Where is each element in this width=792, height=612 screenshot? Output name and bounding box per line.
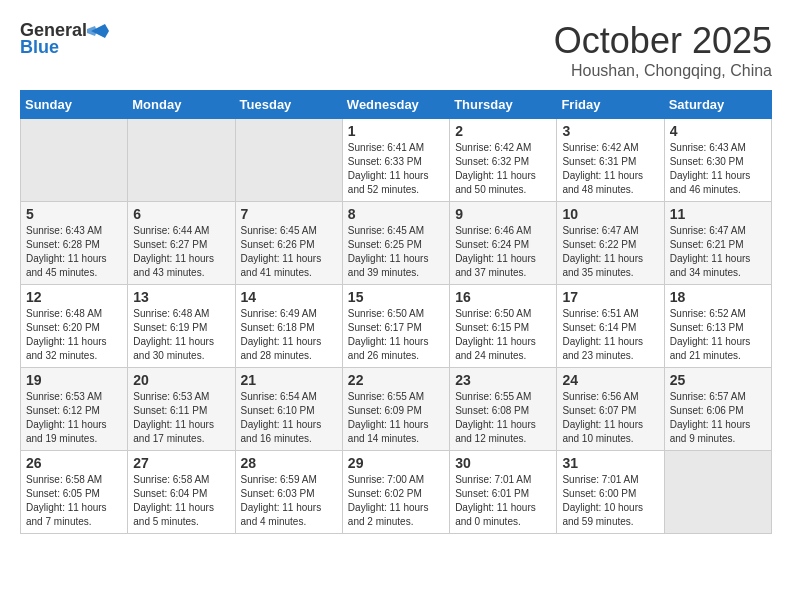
calendar-cell: 9Sunrise: 6:46 AMSunset: 6:24 PMDaylight… xyxy=(450,202,557,285)
day-info: Sunrise: 6:42 AMSunset: 6:31 PMDaylight:… xyxy=(562,141,658,197)
day-number: 14 xyxy=(241,289,337,305)
day-number: 8 xyxy=(348,206,444,222)
calendar-cell: 11Sunrise: 6:47 AMSunset: 6:21 PMDayligh… xyxy=(664,202,771,285)
day-info: Sunrise: 6:45 AMSunset: 6:26 PMDaylight:… xyxy=(241,224,337,280)
header-cell-sunday: Sunday xyxy=(21,91,128,119)
day-info: Sunrise: 6:54 AMSunset: 6:10 PMDaylight:… xyxy=(241,390,337,446)
title-area: October 2025 Houshan, Chongqing, China xyxy=(554,20,772,80)
page-header: General Blue October 2025 Houshan, Chong… xyxy=(20,20,772,80)
header-cell-monday: Monday xyxy=(128,91,235,119)
day-info: Sunrise: 6:55 AMSunset: 6:08 PMDaylight:… xyxy=(455,390,551,446)
day-info: Sunrise: 6:50 AMSunset: 6:17 PMDaylight:… xyxy=(348,307,444,363)
calendar-cell: 12Sunrise: 6:48 AMSunset: 6:20 PMDayligh… xyxy=(21,285,128,368)
calendar-cell: 23Sunrise: 6:55 AMSunset: 6:08 PMDayligh… xyxy=(450,368,557,451)
day-number: 21 xyxy=(241,372,337,388)
day-info: Sunrise: 6:44 AMSunset: 6:27 PMDaylight:… xyxy=(133,224,229,280)
day-number: 9 xyxy=(455,206,551,222)
day-info: Sunrise: 6:58 AMSunset: 6:04 PMDaylight:… xyxy=(133,473,229,529)
day-info: Sunrise: 6:57 AMSunset: 6:06 PMDaylight:… xyxy=(670,390,766,446)
calendar-week-row: 12Sunrise: 6:48 AMSunset: 6:20 PMDayligh… xyxy=(21,285,772,368)
day-info: Sunrise: 6:53 AMSunset: 6:12 PMDaylight:… xyxy=(26,390,122,446)
calendar-cell: 2Sunrise: 6:42 AMSunset: 6:32 PMDaylight… xyxy=(450,119,557,202)
day-info: Sunrise: 7:00 AMSunset: 6:02 PMDaylight:… xyxy=(348,473,444,529)
header-cell-thursday: Thursday xyxy=(450,91,557,119)
calendar-cell: 17Sunrise: 6:51 AMSunset: 6:14 PMDayligh… xyxy=(557,285,664,368)
calendar-cell xyxy=(128,119,235,202)
day-number: 15 xyxy=(348,289,444,305)
day-number: 22 xyxy=(348,372,444,388)
day-number: 20 xyxy=(133,372,229,388)
day-number: 23 xyxy=(455,372,551,388)
header-cell-tuesday: Tuesday xyxy=(235,91,342,119)
location: Houshan, Chongqing, China xyxy=(554,62,772,80)
header-cell-wednesday: Wednesday xyxy=(342,91,449,119)
day-info: Sunrise: 6:43 AMSunset: 6:30 PMDaylight:… xyxy=(670,141,766,197)
day-info: Sunrise: 6:47 AMSunset: 6:22 PMDaylight:… xyxy=(562,224,658,280)
day-number: 19 xyxy=(26,372,122,388)
calendar-table: SundayMondayTuesdayWednesdayThursdayFrid… xyxy=(20,90,772,534)
day-info: Sunrise: 6:41 AMSunset: 6:33 PMDaylight:… xyxy=(348,141,444,197)
logo-bird-icon xyxy=(87,22,109,40)
logo-blue-text: Blue xyxy=(20,37,59,58)
calendar-cell: 4Sunrise: 6:43 AMSunset: 6:30 PMDaylight… xyxy=(664,119,771,202)
day-number: 31 xyxy=(562,455,658,471)
calendar-cell: 13Sunrise: 6:48 AMSunset: 6:19 PMDayligh… xyxy=(128,285,235,368)
day-number: 13 xyxy=(133,289,229,305)
calendar-cell: 21Sunrise: 6:54 AMSunset: 6:10 PMDayligh… xyxy=(235,368,342,451)
calendar-cell: 14Sunrise: 6:49 AMSunset: 6:18 PMDayligh… xyxy=(235,285,342,368)
day-number: 4 xyxy=(670,123,766,139)
day-info: Sunrise: 6:50 AMSunset: 6:15 PMDaylight:… xyxy=(455,307,551,363)
day-info: Sunrise: 6:58 AMSunset: 6:05 PMDaylight:… xyxy=(26,473,122,529)
day-info: Sunrise: 6:49 AMSunset: 6:18 PMDaylight:… xyxy=(241,307,337,363)
day-number: 11 xyxy=(670,206,766,222)
calendar-cell: 22Sunrise: 6:55 AMSunset: 6:09 PMDayligh… xyxy=(342,368,449,451)
calendar-cell: 3Sunrise: 6:42 AMSunset: 6:31 PMDaylight… xyxy=(557,119,664,202)
day-number: 17 xyxy=(562,289,658,305)
logo: General Blue xyxy=(20,20,109,58)
calendar-cell: 16Sunrise: 6:50 AMSunset: 6:15 PMDayligh… xyxy=(450,285,557,368)
calendar-week-row: 1Sunrise: 6:41 AMSunset: 6:33 PMDaylight… xyxy=(21,119,772,202)
day-info: Sunrise: 6:53 AMSunset: 6:11 PMDaylight:… xyxy=(133,390,229,446)
calendar-cell: 26Sunrise: 6:58 AMSunset: 6:05 PMDayligh… xyxy=(21,451,128,534)
day-info: Sunrise: 6:55 AMSunset: 6:09 PMDaylight:… xyxy=(348,390,444,446)
calendar-cell: 18Sunrise: 6:52 AMSunset: 6:13 PMDayligh… xyxy=(664,285,771,368)
day-info: Sunrise: 6:48 AMSunset: 6:20 PMDaylight:… xyxy=(26,307,122,363)
calendar-header: SundayMondayTuesdayWednesdayThursdayFrid… xyxy=(21,91,772,119)
day-info: Sunrise: 6:51 AMSunset: 6:14 PMDaylight:… xyxy=(562,307,658,363)
header-cell-friday: Friday xyxy=(557,91,664,119)
calendar-cell: 5Sunrise: 6:43 AMSunset: 6:28 PMDaylight… xyxy=(21,202,128,285)
calendar-cell: 10Sunrise: 6:47 AMSunset: 6:22 PMDayligh… xyxy=(557,202,664,285)
day-number: 18 xyxy=(670,289,766,305)
header-cell-saturday: Saturday xyxy=(664,91,771,119)
day-info: Sunrise: 6:56 AMSunset: 6:07 PMDaylight:… xyxy=(562,390,658,446)
day-number: 24 xyxy=(562,372,658,388)
calendar-cell: 19Sunrise: 6:53 AMSunset: 6:12 PMDayligh… xyxy=(21,368,128,451)
day-info: Sunrise: 7:01 AMSunset: 6:01 PMDaylight:… xyxy=(455,473,551,529)
calendar-cell: 25Sunrise: 6:57 AMSunset: 6:06 PMDayligh… xyxy=(664,368,771,451)
calendar-cell: 29Sunrise: 7:00 AMSunset: 6:02 PMDayligh… xyxy=(342,451,449,534)
calendar-week-row: 5Sunrise: 6:43 AMSunset: 6:28 PMDaylight… xyxy=(21,202,772,285)
calendar-cell xyxy=(21,119,128,202)
day-number: 5 xyxy=(26,206,122,222)
day-number: 7 xyxy=(241,206,337,222)
day-info: Sunrise: 7:01 AMSunset: 6:00 PMDaylight:… xyxy=(562,473,658,529)
svg-marker-1 xyxy=(87,26,97,36)
day-number: 10 xyxy=(562,206,658,222)
day-number: 28 xyxy=(241,455,337,471)
day-number: 25 xyxy=(670,372,766,388)
day-number: 12 xyxy=(26,289,122,305)
day-info: Sunrise: 6:47 AMSunset: 6:21 PMDaylight:… xyxy=(670,224,766,280)
day-info: Sunrise: 6:48 AMSunset: 6:19 PMDaylight:… xyxy=(133,307,229,363)
calendar-cell xyxy=(235,119,342,202)
calendar-cell xyxy=(664,451,771,534)
day-number: 29 xyxy=(348,455,444,471)
header-row: SundayMondayTuesdayWednesdayThursdayFrid… xyxy=(21,91,772,119)
calendar-cell: 24Sunrise: 6:56 AMSunset: 6:07 PMDayligh… xyxy=(557,368,664,451)
day-number: 30 xyxy=(455,455,551,471)
calendar-cell: 15Sunrise: 6:50 AMSunset: 6:17 PMDayligh… xyxy=(342,285,449,368)
day-info: Sunrise: 6:45 AMSunset: 6:25 PMDaylight:… xyxy=(348,224,444,280)
calendar-week-row: 19Sunrise: 6:53 AMSunset: 6:12 PMDayligh… xyxy=(21,368,772,451)
day-number: 6 xyxy=(133,206,229,222)
day-number: 26 xyxy=(26,455,122,471)
day-number: 27 xyxy=(133,455,229,471)
